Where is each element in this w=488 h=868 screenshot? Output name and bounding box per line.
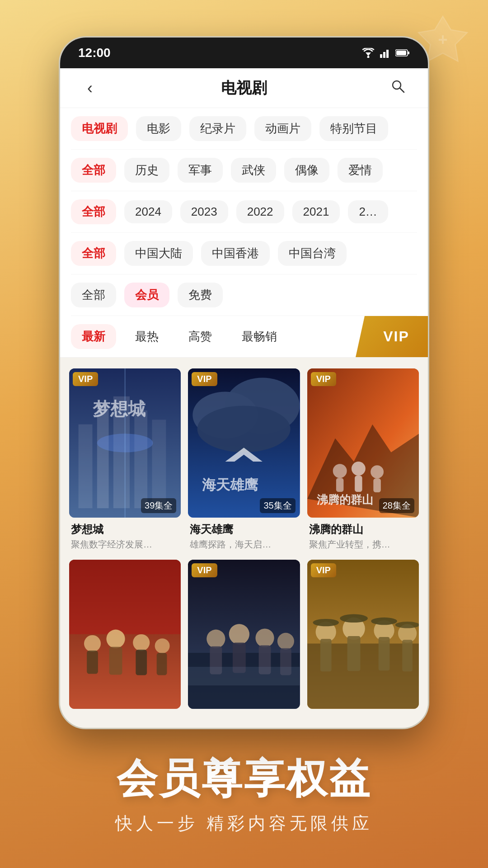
- item-info-4: [69, 709, 181, 717]
- poster-art-6: [307, 560, 419, 709]
- filter-tag-2020-more[interactable]: 2…: [348, 200, 388, 223]
- thumbnail-2: 海天雄鹰 VIP 35集全: [188, 368, 300, 518]
- list-item[interactable]: VIP: [307, 560, 419, 717]
- vip-badge-5: VIP: [192, 563, 217, 577]
- svg-point-40: [133, 634, 150, 651]
- vip-fold-label: VIP: [383, 328, 409, 345]
- svg-point-38: [106, 629, 125, 648]
- list-item[interactable]: 沸腾的群山 VIP 28集全 沸腾的群山 聚焦产业转型，携…: [307, 368, 419, 552]
- svg-rect-67: [402, 640, 413, 671]
- filter-section: 电视剧 电影 纪录片 动画片 特别节目 全部 历史 军事 武侠 偶像 爱情 全部…: [60, 108, 428, 316]
- item-info-2: 海天雄鹰 雄鹰探路，海天启…: [188, 518, 300, 552]
- content-grid: 梦想城 VIP 39集全 梦想城 聚焦数字经济发展…: [69, 368, 419, 717]
- filter-tag-free[interactable]: 免费: [178, 283, 223, 307]
- svg-rect-58: [320, 639, 332, 671]
- svg-rect-61: [347, 636, 360, 671]
- sort-tag-bestseller[interactable]: 最畅销: [231, 324, 288, 349]
- filter-tag-2021[interactable]: 2021: [292, 200, 340, 223]
- svg-rect-3: [380, 54, 382, 58]
- header: ‹ 电视剧: [60, 68, 428, 108]
- svg-point-29: [352, 462, 366, 476]
- bottom-sub-title: 快人一步 精彩内容无限供应: [115, 812, 373, 835]
- item-desc-1: 聚焦数字经济发展…: [71, 538, 179, 551]
- filter-tag-all-genre[interactable]: 全部: [71, 158, 116, 183]
- svg-rect-43: [157, 653, 167, 675]
- search-button[interactable]: [385, 78, 412, 98]
- sort-tag-top-rated[interactable]: 高赞: [178, 324, 223, 349]
- svg-text:海天雄鹰: 海天雄鹰: [202, 477, 258, 493]
- svg-text:梦想城: 梦想城: [93, 399, 146, 419]
- svg-rect-30: [355, 476, 362, 492]
- thumbnail-4: [69, 560, 181, 709]
- year-filter-row: 全部 2024 2023 2022 2021 2…: [71, 191, 417, 233]
- thumbnail-3: 沸腾的群山 VIP 28集全: [307, 368, 419, 518]
- svg-point-2: [367, 56, 370, 58]
- svg-point-31: [371, 465, 384, 478]
- filter-tag-all-pay[interactable]: 全部: [71, 283, 116, 307]
- poster-art-3: 沸腾的群山: [307, 368, 419, 518]
- filter-tag-special[interactable]: 特别节目: [319, 116, 388, 141]
- filter-tag-movie[interactable]: 电影: [136, 116, 181, 141]
- sort-tag-newest[interactable]: 最新: [71, 324, 116, 349]
- filter-tag-military[interactable]: 军事: [178, 158, 223, 183]
- svg-point-48: [229, 624, 249, 644]
- filter-tag-2023[interactable]: 2023: [180, 200, 228, 223]
- svg-rect-13: [97, 406, 109, 508]
- list-item[interactable]: VIP: [188, 560, 300, 717]
- svg-point-36: [84, 635, 101, 652]
- vip-badge-6: VIP: [311, 563, 336, 577]
- item-info-5: [188, 709, 300, 717]
- svg-point-52: [277, 633, 294, 650]
- list-item[interactable]: [69, 560, 181, 717]
- svg-point-46: [207, 629, 225, 648]
- list-item[interactable]: 海天雄鹰 VIP 35集全 海天雄鹰 雄鹰探路，海天启…: [188, 368, 300, 552]
- vip-fold-banner[interactable]: VIP: [356, 316, 428, 357]
- phone-frame: 12:00 ‹ 电视剧: [59, 36, 429, 729]
- item-info-1: 梦想城 聚焦数字经济发展…: [69, 518, 181, 552]
- filter-tag-documentary[interactable]: 纪录片: [189, 116, 246, 141]
- ep-count-2: 35集全: [260, 498, 295, 513]
- svg-rect-39: [109, 646, 122, 675]
- svg-point-42: [155, 638, 170, 653]
- filter-tag-vip-pay[interactable]: 会员: [124, 283, 169, 307]
- bottom-section: 会员尊享权益 快人一步 精彩内容无限供应: [97, 729, 391, 868]
- vip-badge-1: VIP: [73, 372, 98, 386]
- svg-text:+: +: [438, 30, 447, 49]
- filter-tag-2024[interactable]: 2024: [124, 200, 172, 223]
- filter-tag-all-year[interactable]: 全部: [71, 199, 116, 224]
- vip-badge-2: VIP: [192, 372, 217, 386]
- svg-rect-7: [408, 52, 409, 54]
- filter-tag-animation[interactable]: 动画片: [254, 116, 311, 141]
- item-title-1: 梦想城: [71, 522, 179, 537]
- status-time: 12:00: [78, 46, 111, 60]
- status-bar: 12:00: [60, 38, 428, 68]
- svg-rect-8: [396, 51, 406, 55]
- filter-tag-mainland[interactable]: 中国大陆: [124, 241, 193, 266]
- svg-rect-32: [373, 478, 380, 492]
- svg-rect-15: [134, 410, 147, 508]
- filter-tag-hk[interactable]: 中国香港: [201, 241, 270, 266]
- item-info-3: 沸腾的群山 聚焦产业转型，携…: [307, 518, 419, 552]
- sort-tag-hottest[interactable]: 最热: [124, 324, 169, 349]
- svg-rect-37: [87, 651, 98, 674]
- filter-tag-tv[interactable]: 电视剧: [71, 116, 128, 141]
- filter-tag-wuxia[interactable]: 武侠: [231, 158, 276, 183]
- svg-rect-28: [336, 478, 343, 492]
- filter-tag-history[interactable]: 历史: [124, 158, 169, 183]
- filter-tag-tw[interactable]: 中国台湾: [278, 241, 347, 266]
- filter-tag-2022[interactable]: 2022: [236, 200, 284, 223]
- category-filter-row: 电视剧 电影 纪录片 动画片 特别节目: [71, 108, 417, 150]
- page-title: 电视剧: [221, 78, 267, 99]
- list-item[interactable]: 梦想城 VIP 39集全 梦想城 聚焦数字经济发展…: [69, 368, 181, 552]
- svg-point-23: [197, 406, 291, 452]
- filter-tag-idol[interactable]: 偶像: [284, 158, 329, 183]
- svg-rect-4: [383, 52, 385, 58]
- filter-tag-romance[interactable]: 爱情: [338, 158, 383, 183]
- svg-rect-12: [79, 425, 93, 508]
- vip-badge-3: VIP: [311, 372, 336, 386]
- back-button[interactable]: ‹: [76, 79, 103, 98]
- filter-tag-all-region[interactable]: 全部: [71, 241, 116, 266]
- pay-filter-row: 全部 会员 免费: [71, 274, 417, 316]
- poster-art-2: 海天雄鹰: [188, 368, 300, 518]
- genre-filter-row: 全部 历史 军事 武侠 偶像 爱情: [71, 150, 417, 191]
